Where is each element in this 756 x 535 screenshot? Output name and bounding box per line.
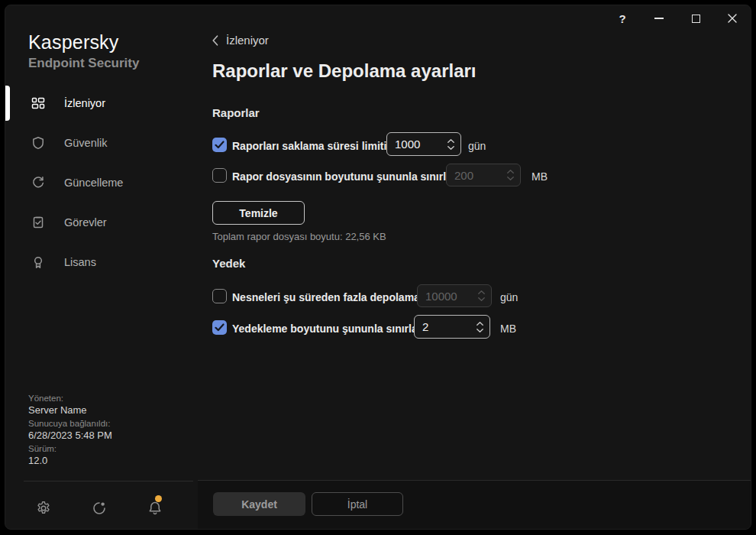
sidebar-item-label: İzleniyor xyxy=(64,97,105,109)
report-size-spinner xyxy=(446,164,521,186)
report-retention-unit: gün xyxy=(468,140,486,152)
brand-product: Endpoint Security xyxy=(28,56,139,71)
managed-by-label: Yöneten: xyxy=(28,393,112,404)
backup-size-checkbox[interactable] xyxy=(212,320,227,335)
spin-down-icon[interactable] xyxy=(477,329,483,332)
backup-size-label: Yedekleme boyutunu şununla sınırla xyxy=(232,323,418,335)
notification-dot xyxy=(155,495,162,502)
backup-retention-label: Nesneleri şu süreden fazla depolama xyxy=(232,291,420,303)
report-size-checkbox[interactable] xyxy=(212,168,227,183)
total-report-size-text: Toplam rapor dosyası boyutu: 22,56 KB xyxy=(212,231,386,242)
back-link[interactable]: İzleniyor xyxy=(212,34,269,47)
app-window: ? Kaspersky Endpoint Security İzleniyor … xyxy=(5,5,751,530)
version-label: Sürüm: xyxy=(28,443,112,455)
backup-retention-input xyxy=(425,290,468,303)
spin-buttons xyxy=(507,170,514,180)
support-swirl-icon[interactable] xyxy=(92,501,107,516)
spin-buttons[interactable] xyxy=(477,322,483,332)
managed-by-value: Server Name xyxy=(28,404,112,417)
help-button[interactable]: ? xyxy=(604,5,641,31)
clear-reports-button[interactable]: Temizle xyxy=(212,201,305,225)
backup-retention-spinner xyxy=(417,284,492,307)
content-footer-divider xyxy=(198,480,751,481)
spin-up-icon xyxy=(507,170,514,173)
award-icon xyxy=(31,255,45,269)
sidebar-item-monitoring[interactable]: İzleniyor xyxy=(5,92,198,115)
maximize-icon xyxy=(692,15,700,23)
spin-down-icon[interactable] xyxy=(447,146,454,150)
report-size-unit: MB xyxy=(531,170,548,183)
spin-up-icon xyxy=(478,290,485,294)
backup-section-heading: Yedek xyxy=(212,257,245,270)
report-size-input xyxy=(454,169,497,182)
checkmark-icon xyxy=(215,323,225,332)
backup-size-unit: MB xyxy=(500,323,516,335)
sidebar-item-label: Güvenlik xyxy=(64,137,107,149)
backup-retention-checkbox[interactable] xyxy=(212,289,227,303)
minimize-button[interactable] xyxy=(641,5,677,31)
maximize-button[interactable] xyxy=(677,5,714,31)
report-retention-checkbox[interactable] xyxy=(212,138,227,152)
spin-up-icon[interactable] xyxy=(447,139,454,143)
connection-info: Yöneten: Server Name Sunucuya bağlanıldı… xyxy=(28,391,112,467)
page-title: Raporlar ve Depolama ayarları xyxy=(212,60,477,82)
close-icon xyxy=(728,14,737,23)
clipboard-check-icon xyxy=(31,216,45,229)
titlebar-controls: ? xyxy=(604,5,751,31)
back-label: İzleniyor xyxy=(226,34,269,47)
minimize-icon xyxy=(654,18,664,19)
save-button[interactable]: Kaydet xyxy=(213,492,305,516)
close-button[interactable] xyxy=(714,5,751,31)
sidebar-item-label: Görevler xyxy=(64,216,107,229)
settings-gear-icon[interactable] xyxy=(36,501,51,516)
report-retention-label: Raporları saklama süresi limiti: xyxy=(232,140,390,152)
backup-retention-unit: gün xyxy=(500,291,518,303)
spin-buttons xyxy=(478,290,485,301)
spin-down-icon xyxy=(507,177,514,180)
report-size-label: Rapor dosyasının boyutunu şununla sınırl… xyxy=(232,170,455,183)
backup-size-input[interactable] xyxy=(422,320,465,333)
brand-name: Kaspersky xyxy=(28,31,119,54)
sidebar-item-update[interactable]: Güncelleme xyxy=(5,171,198,194)
dashboard-icon xyxy=(31,96,45,110)
report-retention-spinner[interactable] xyxy=(386,132,461,156)
reports-section-heading: Raporlar xyxy=(212,106,260,119)
notifications-bell-icon[interactable] xyxy=(147,501,163,516)
cancel-button[interactable]: İptal xyxy=(312,492,403,516)
chevron-left-icon xyxy=(212,35,218,46)
sidebar-item-security[interactable]: Güvenlik xyxy=(5,131,198,154)
connected-value: 6/28/2023 5:48 PM xyxy=(28,430,112,442)
sidebar-item-license[interactable]: Lisans xyxy=(5,251,198,274)
refresh-icon xyxy=(31,176,45,190)
report-retention-input[interactable] xyxy=(395,138,438,151)
sidebar-item-label: Lisans xyxy=(64,256,96,268)
backup-size-spinner[interactable] xyxy=(414,315,490,339)
spin-down-icon xyxy=(478,297,485,301)
sidebar-item-label: Güncelleme xyxy=(64,177,123,189)
version-value: 12.0 xyxy=(28,455,112,467)
checkmark-icon xyxy=(215,141,225,149)
spin-buttons[interactable] xyxy=(447,139,454,150)
connected-label: Sunucuya bağlanıldı: xyxy=(28,418,112,430)
sidebar-footer-divider xyxy=(24,481,193,481)
shield-icon xyxy=(31,136,45,150)
sidebar-item-tasks[interactable]: Görevler xyxy=(5,211,198,234)
spin-up-icon[interactable] xyxy=(477,322,483,326)
